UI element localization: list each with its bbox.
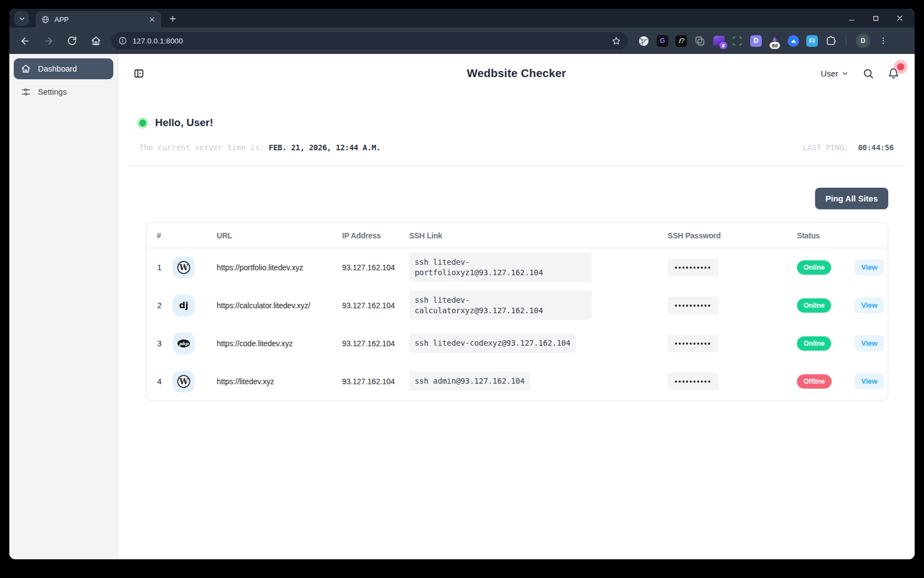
- forward-icon: [43, 36, 54, 46]
- extension-d-icon[interactable]: D: [750, 35, 762, 47]
- extension-ball-icon[interactable]: [638, 35, 650, 47]
- column-header-ip: IP Address: [332, 231, 399, 240]
- ssh-password-masked: ••••••••••: [668, 259, 719, 276]
- status-badge: Online: [797, 336, 831, 351]
- plus-icon: [169, 15, 177, 23]
- greeting-text: Hello, User!: [155, 117, 213, 129]
- svg-text:dj: dj: [179, 300, 188, 310]
- column-header-status: Status: [787, 231, 845, 240]
- extension-badge: 8: [719, 42, 727, 49]
- browser-window: APP: [9, 9, 915, 559]
- maximize-button[interactable]: [867, 10, 884, 26]
- profile-avatar[interactable]: D: [856, 34, 870, 48]
- last-ping-label: LAST PING:: [802, 143, 849, 152]
- ip-address: 93.127.162.104: [332, 339, 399, 348]
- home-button[interactable]: [89, 34, 103, 48]
- column-header-num: #: [146, 231, 168, 240]
- column-header-ssh: SSH Link: [399, 231, 658, 240]
- ip-address: 93.127.162.104: [332, 301, 399, 310]
- tab-title: APP: [54, 15, 147, 24]
- extension-triangle-icon[interactable]: 50: [769, 35, 780, 47]
- extensions-row: G f? 8 D 50 FI: [638, 34, 889, 48]
- site-url: https://litedev.xyz: [207, 377, 332, 386]
- sidebar: Dashboard Settings: [9, 54, 118, 559]
- ssh-command: ssh litedev-calculatorxyz@93.127.162.104: [409, 291, 592, 320]
- ssh-password-masked: ••••••••••: [668, 297, 719, 314]
- close-icon: [896, 14, 904, 22]
- extension-fi-icon[interactable]: FI: [806, 35, 818, 47]
- table-row: 1 W https://portfolio.litedev.xyz 93.127…: [146, 248, 888, 286]
- extension-g-icon[interactable]: G: [657, 35, 668, 47]
- sidebar-item-label: Dashboard: [38, 64, 77, 73]
- ssh-password-masked: ••••••••••: [668, 335, 719, 352]
- view-button[interactable]: View: [855, 335, 884, 351]
- view-button[interactable]: View: [855, 259, 884, 275]
- toolbar-separator: [846, 36, 846, 46]
- home-icon: [91, 36, 101, 46]
- reload-button[interactable]: [65, 34, 79, 48]
- svg-text:php: php: [179, 340, 189, 346]
- row-number: 2: [146, 301, 168, 310]
- row-number: 1: [146, 263, 168, 272]
- tab-close-button[interactable]: [147, 14, 157, 24]
- greeting-row: Hello, User!: [139, 117, 894, 129]
- back-icon: [20, 36, 30, 46]
- wordpress-icon: W: [173, 370, 195, 392]
- ssh-command: ssh litedev-portfolioxyz1@93.127.162.104: [409, 253, 592, 282]
- status-badge: Offline: [797, 374, 832, 389]
- close-icon: [149, 17, 155, 23]
- sidebar-toggle-button[interactable]: [134, 68, 144, 79]
- minimize-button[interactable]: [843, 10, 860, 26]
- tab-strip: APP: [9, 9, 915, 28]
- browser-menu-icon[interactable]: [877, 35, 889, 47]
- extension-copy-icon[interactable]: [694, 35, 706, 47]
- browser-tab[interactable]: APP: [36, 11, 161, 28]
- ssh-command: ssh admin@93.127.162.104: [409, 372, 530, 391]
- close-window-button[interactable]: [892, 10, 908, 26]
- extension-purple-icon[interactable]: 8: [713, 35, 724, 47]
- notifications-button[interactable]: [888, 68, 899, 79]
- extensions-menu-icon[interactable]: [825, 35, 837, 47]
- site-url: https://calculator.litedev.xyz/: [207, 301, 332, 310]
- tab-search-button[interactable]: [14, 11, 29, 26]
- column-header-password: SSH Password: [658, 231, 787, 240]
- reload-icon: [67, 36, 77, 46]
- svg-text:W: W: [179, 263, 188, 271]
- column-header-url: URL: [207, 231, 332, 240]
- maximize-icon: [872, 15, 879, 22]
- site-url: https://code.litedev.xyz: [207, 339, 332, 348]
- row-number: 3: [146, 339, 168, 348]
- window-controls: [843, 9, 915, 28]
- user-menu[interactable]: User: [821, 69, 849, 78]
- address-bar[interactable]: 127.0.0.1:8000: [111, 32, 628, 50]
- extension-screenshot-icon[interactable]: [732, 35, 743, 47]
- sidebar-item-dashboard[interactable]: Dashboard: [14, 58, 113, 79]
- svg-text:W: W: [179, 377, 188, 385]
- url-text[interactable]: 127.0.0.1:8000: [133, 37, 612, 45]
- view-button[interactable]: View: [855, 373, 884, 389]
- ping-all-sites-button[interactable]: Ping All Sites: [815, 188, 888, 209]
- sidebar-item-settings[interactable]: Settings: [14, 81, 113, 102]
- forward-button[interactable]: [41, 34, 56, 48]
- search-button[interactable]: [862, 68, 874, 79]
- bookmark-star-icon[interactable]: [612, 36, 621, 46]
- new-tab-button[interactable]: [166, 12, 180, 26]
- user-menu-label: User: [821, 69, 838, 78]
- site-info-icon[interactable]: [118, 36, 127, 45]
- page-title: Wedbsite Checker: [467, 67, 566, 80]
- ip-address: 93.127.162.104: [332, 263, 399, 272]
- extension-f-icon[interactable]: f?: [675, 35, 687, 47]
- online-status-dot: [139, 119, 146, 127]
- back-button[interactable]: [18, 34, 32, 48]
- php-icon: php: [173, 332, 195, 355]
- ssh-command: ssh litedev-codexyz@93.127.162.104: [409, 334, 576, 353]
- status-badge: Online: [797, 298, 831, 313]
- app-body: Dashboard Settings Wedbsite Checker User: [9, 54, 915, 559]
- table-header-row: # URL IP Address SSH Link SSH Password S…: [146, 223, 888, 248]
- table-row: 4 W https://litedev.xyz 93.127.162.104 s…: [146, 362, 888, 400]
- app-header: Wedbsite Checker User: [118, 54, 915, 85]
- search-icon: [862, 68, 874, 79]
- extension-arrow-icon[interactable]: [788, 35, 799, 47]
- view-button[interactable]: View: [855, 297, 884, 313]
- home-icon: [21, 64, 31, 74]
